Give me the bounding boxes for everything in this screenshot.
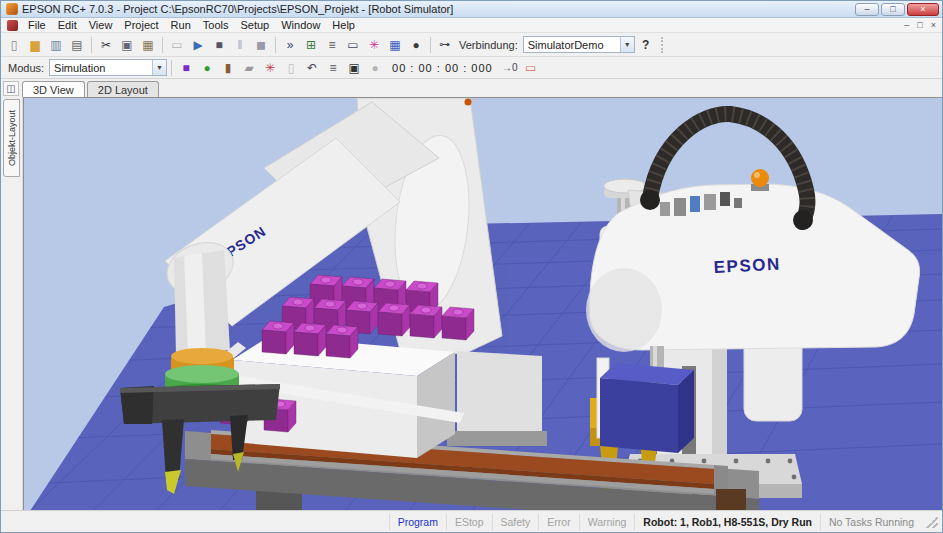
connection-select[interactable]: SimulatorDemo ▼ [523,36,635,53]
app-icon [6,3,18,15]
monitor-tool-icon[interactable]: ▣ [344,58,364,77]
collision-view-icon[interactable]: ▭ [521,58,541,77]
cut-icon[interactable]: ✂ [96,35,116,54]
undo-tool-icon[interactable]: ↶ [302,58,322,77]
open-icon[interactable]: ▆ [25,35,45,54]
menu-bar: File Edit View Project Run Tools Setup W… [1,18,942,33]
status-robot-info: Robot: 1, Rob1, H8-551S, Dry Run [634,514,820,530]
scara-signal-lamp [751,169,769,187]
copy-icon[interactable]: ▣ [117,35,137,54]
window-title: EPSON RC+ 7.0.3 - Project C:\EpsonRC70\P… [22,3,855,15]
simulator-toolbar: Modus: Simulation ▼ ■ ● ▮ ▰ ✳ ▯ ↶ ≡ ▣ ● … [1,57,942,79]
toolbar-grip [661,37,665,53]
render-tool-icon[interactable]: ● [365,58,385,77]
axis-tool-icon[interactable]: ✳ [260,58,280,77]
layout-list-icon[interactable]: ≡ [323,58,343,77]
new-icon[interactable]: ▯ [4,35,24,54]
3d-viewport[interactable]: EPSON [23,97,942,510]
connection-icon: ⊶ [435,38,454,51]
menu-edit[interactable]: Edit [52,18,83,32]
menu-run[interactable]: Run [165,18,197,32]
app-window: EPSON RC+ 7.0.3 - Project C:\EpsonRC70\P… [0,0,943,533]
status-program: Program [389,514,446,530]
view-tab-bar: ◫ 3D View 2D Layout [1,79,942,97]
title-bar: EPSON RC+ 7.0.3 - Project C:\EpsonRC70\P… [1,1,942,18]
simulation-timer: 00 : 00 : 00 : 000 [386,62,499,74]
run-window-icon[interactable]: ▶ [188,35,208,54]
child-close-button[interactable]: × [927,20,940,30]
object-layout-label: Objekt-Layout [7,110,17,166]
help-button[interactable]: ? [636,35,656,54]
status-safety: Safety [492,514,539,530]
connection-value: SimulatorDemo [524,39,620,51]
status-tasks: No Tasks Running [820,514,922,530]
status-error: Error [538,514,578,530]
object-layout-tab[interactable]: Objekt-Layout [3,99,20,177]
status-bar: Program EStop Safety Error Warning Robot… [1,510,942,532]
menu-file[interactable]: File [22,18,52,32]
blue-box [600,363,694,453]
close-button[interactable]: × [907,3,939,16]
child-minimize-button[interactable]: – [900,20,913,30]
sphere-tool-icon[interactable]: ● [197,58,217,77]
mode-select[interactable]: Simulation ▼ [49,59,167,76]
pause-icon[interactable]: ‖ [230,35,250,54]
child-window-icon [7,20,18,31]
six-axis-base [457,351,542,436]
menu-project[interactable]: Project [118,18,164,32]
cylinder-tool-icon[interactable]: ▮ [218,58,238,77]
minimize-button[interactable]: – [855,3,879,16]
step-into-icon[interactable]: » [280,35,300,54]
status-warning: Warning [579,514,635,530]
save-all-icon[interactable]: ▥ [46,35,66,54]
menu-tools[interactable]: Tools [197,18,235,32]
timer-reset-icon[interactable]: →0 [500,58,520,77]
chevron-down-icon: ▼ [620,37,634,52]
command-window-icon[interactable]: ▭ [343,35,363,54]
undo-icon[interactable]: ▭ [167,35,187,54]
menu-help[interactable]: Help [326,18,361,32]
box-tool-icon[interactable]: ■ [176,58,196,77]
paste-icon[interactable]: ▦ [138,35,158,54]
menu-view[interactable]: View [83,18,119,32]
3d-scene: EPSON [24,98,942,510]
mode-value: Simulation [50,62,152,74]
tab-2d-layout[interactable]: 2D Layout [87,81,159,97]
maximize-button[interactable]: □ [881,3,905,16]
plane-tool-icon[interactable]: ▰ [239,58,259,77]
simulator-icon[interactable]: ✳ [364,35,384,54]
resize-grip[interactable] [926,516,938,528]
status-estop: EStop [446,514,492,530]
menu-setup[interactable]: Setup [234,18,275,32]
menu-window[interactable]: Window [275,18,326,32]
mode-label: Modus: [4,62,48,74]
left-panel-strip: Objekt-Layout [1,97,23,510]
operator-window-icon[interactable]: ■ [209,35,229,54]
io-monitor-icon[interactable]: ⊞ [301,35,321,54]
main-toolbar: ▯ ▆ ▥ ▤ ✂ ▣ ▦ ▭ ▶ ■ ‖ ◼ » ⊞ ≡ ▭ ✳ ▦ ● ⊶ … [1,33,942,57]
print-icon[interactable]: ▤ [67,35,87,54]
bulb-tool-icon[interactable]: ▯ [281,58,301,77]
vision-icon[interactable]: ▦ [385,35,405,54]
stop-icon[interactable]: ◼ [251,35,271,54]
tab-3d-view[interactable]: 3D View [22,81,85,98]
child-restore-button[interactable]: □ [913,20,926,30]
task-manager-icon[interactable]: ≡ [322,35,342,54]
chevron-down-icon: ▼ [152,60,166,75]
connection-label: Verbindung: [455,39,522,51]
panel-toggle-icon[interactable]: ◫ [3,81,19,96]
scara-epson-label: EPSON [713,255,781,277]
camera-icon[interactable]: ● [406,35,426,54]
